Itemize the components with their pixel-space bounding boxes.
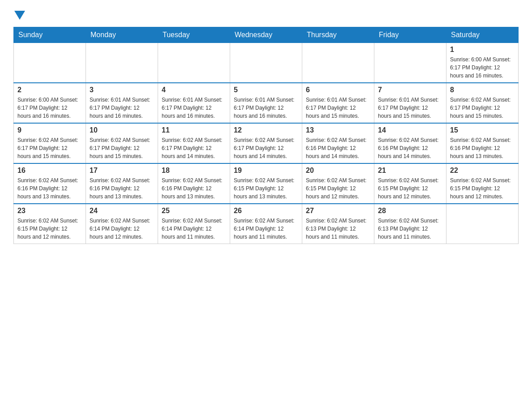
- day-number: 7: [378, 86, 442, 94]
- day-number: 3: [90, 86, 154, 94]
- calendar-cell: 10Sunrise: 6:02 AM Sunset: 6:17 PM Dayli…: [86, 123, 158, 163]
- calendar-cell: [374, 43, 446, 83]
- calendar-week-row: 2Sunrise: 6:00 AM Sunset: 6:17 PM Daylig…: [14, 83, 519, 123]
- day-number: 21: [378, 167, 442, 175]
- day-number: 22: [450, 167, 515, 175]
- calendar-cell: 2Sunrise: 6:00 AM Sunset: 6:17 PM Daylig…: [14, 83, 86, 123]
- day-info: Sunrise: 6:02 AM Sunset: 6:16 PM Dayligh…: [162, 176, 226, 201]
- weekday-header-thursday: Thursday: [302, 27, 374, 43]
- calendar-week-row: 23Sunrise: 6:02 AM Sunset: 6:15 PM Dayli…: [14, 204, 519, 244]
- day-info: Sunrise: 6:01 AM Sunset: 6:17 PM Dayligh…: [378, 96, 442, 120]
- day-info: Sunrise: 6:02 AM Sunset: 6:13 PM Dayligh…: [306, 217, 370, 241]
- day-number: 26: [234, 207, 298, 215]
- calendar-cell: 13Sunrise: 6:02 AM Sunset: 6:16 PM Dayli…: [302, 123, 374, 163]
- day-number: 9: [17, 126, 82, 134]
- calendar-cell: [86, 43, 158, 83]
- day-info: Sunrise: 6:02 AM Sunset: 6:17 PM Dayligh…: [450, 96, 515, 120]
- day-number: 16: [17, 167, 82, 175]
- calendar-cell: 6Sunrise: 6:01 AM Sunset: 6:17 PM Daylig…: [302, 83, 374, 123]
- day-number: 8: [450, 86, 515, 94]
- calendar-cell: 11Sunrise: 6:02 AM Sunset: 6:17 PM Dayli…: [158, 123, 230, 163]
- day-info: Sunrise: 6:01 AM Sunset: 6:17 PM Dayligh…: [234, 96, 298, 120]
- day-number: 14: [378, 126, 442, 134]
- calendar-cell: 23Sunrise: 6:02 AM Sunset: 6:15 PM Dayli…: [14, 204, 86, 244]
- calendar-cell: 3Sunrise: 6:01 AM Sunset: 6:17 PM Daylig…: [86, 83, 158, 123]
- weekday-header-sunday: Sunday: [14, 27, 86, 43]
- day-info: Sunrise: 6:02 AM Sunset: 6:16 PM Dayligh…: [378, 136, 442, 160]
- calendar-cell: 8Sunrise: 6:02 AM Sunset: 6:17 PM Daylig…: [446, 83, 519, 123]
- day-number: 20: [306, 167, 370, 175]
- day-number: 11: [162, 126, 226, 134]
- calendar-week-row: 16Sunrise: 6:02 AM Sunset: 6:16 PM Dayli…: [14, 163, 519, 204]
- calendar-cell: 5Sunrise: 6:01 AM Sunset: 6:17 PM Daylig…: [230, 83, 302, 123]
- calendar-cell: 19Sunrise: 6:02 AM Sunset: 6:15 PM Dayli…: [230, 163, 302, 204]
- day-info: Sunrise: 6:02 AM Sunset: 6:14 PM Dayligh…: [90, 217, 154, 241]
- day-info: Sunrise: 6:02 AM Sunset: 6:17 PM Dayligh…: [162, 136, 226, 160]
- day-info: Sunrise: 6:02 AM Sunset: 6:15 PM Dayligh…: [17, 217, 82, 241]
- day-info: Sunrise: 6:02 AM Sunset: 6:17 PM Dayligh…: [90, 136, 154, 160]
- day-info: Sunrise: 6:02 AM Sunset: 6:15 PM Dayligh…: [378, 176, 442, 201]
- day-number: 10: [90, 126, 154, 134]
- day-number: 28: [378, 207, 442, 215]
- day-info: Sunrise: 6:01 AM Sunset: 6:17 PM Dayligh…: [306, 96, 370, 120]
- day-info: Sunrise: 6:02 AM Sunset: 6:15 PM Dayligh…: [234, 176, 298, 201]
- calendar-cell: [230, 43, 302, 83]
- calendar-cell: 1Sunrise: 6:00 AM Sunset: 6:17 PM Daylig…: [446, 43, 519, 83]
- day-number: 12: [234, 126, 298, 134]
- calendar-cell: 26Sunrise: 6:02 AM Sunset: 6:14 PM Dayli…: [230, 204, 302, 244]
- calendar-cell: 16Sunrise: 6:02 AM Sunset: 6:16 PM Dayli…: [14, 163, 86, 204]
- day-info: Sunrise: 6:02 AM Sunset: 6:17 PM Dayligh…: [17, 136, 82, 160]
- calendar-cell: [302, 43, 374, 83]
- calendar-cell: 24Sunrise: 6:02 AM Sunset: 6:14 PM Dayli…: [86, 204, 158, 244]
- calendar-cell: 27Sunrise: 6:02 AM Sunset: 6:13 PM Dayli…: [302, 204, 374, 244]
- day-number: 27: [306, 207, 370, 215]
- day-info: Sunrise: 6:02 AM Sunset: 6:13 PM Dayligh…: [378, 217, 442, 241]
- day-info: Sunrise: 6:02 AM Sunset: 6:14 PM Dayligh…: [162, 217, 226, 241]
- calendar-week-row: 9Sunrise: 6:02 AM Sunset: 6:17 PM Daylig…: [14, 123, 519, 163]
- calendar-table: SundayMondayTuesdayWednesdayThursdayFrid…: [13, 27, 519, 244]
- calendar-cell: 25Sunrise: 6:02 AM Sunset: 6:14 PM Dayli…: [158, 204, 230, 244]
- calendar-cell: [14, 43, 86, 83]
- day-info: Sunrise: 6:00 AM Sunset: 6:17 PM Dayligh…: [17, 96, 82, 120]
- day-number: 4: [162, 86, 226, 94]
- weekday-header-monday: Monday: [86, 27, 158, 43]
- day-number: 1: [450, 46, 515, 54]
- logo: [13, 9, 25, 20]
- calendar-cell: 21Sunrise: 6:02 AM Sunset: 6:15 PM Dayli…: [374, 163, 446, 204]
- weekday-header-saturday: Saturday: [446, 27, 519, 43]
- day-number: 5: [234, 86, 298, 94]
- day-number: 25: [162, 207, 226, 215]
- day-number: 2: [17, 86, 82, 94]
- logo-triangle-icon: [14, 11, 25, 20]
- calendar-cell: 12Sunrise: 6:02 AM Sunset: 6:17 PM Dayli…: [230, 123, 302, 163]
- day-info: Sunrise: 6:02 AM Sunset: 6:16 PM Dayligh…: [450, 136, 515, 160]
- day-number: 23: [17, 207, 82, 215]
- day-info: Sunrise: 6:02 AM Sunset: 6:15 PM Dayligh…: [450, 176, 515, 201]
- day-number: 24: [90, 207, 154, 215]
- day-number: 18: [162, 167, 226, 175]
- day-info: Sunrise: 6:02 AM Sunset: 6:15 PM Dayligh…: [306, 176, 370, 201]
- calendar-cell: 22Sunrise: 6:02 AM Sunset: 6:15 PM Dayli…: [446, 163, 519, 204]
- day-info: Sunrise: 6:00 AM Sunset: 6:17 PM Dayligh…: [450, 56, 515, 80]
- day-number: 13: [306, 126, 370, 134]
- weekday-header-friday: Friday: [374, 27, 446, 43]
- calendar-week-row: 1Sunrise: 6:00 AM Sunset: 6:17 PM Daylig…: [14, 43, 519, 83]
- calendar-cell: 18Sunrise: 6:02 AM Sunset: 6:16 PM Dayli…: [158, 163, 230, 204]
- calendar-cell: 9Sunrise: 6:02 AM Sunset: 6:17 PM Daylig…: [14, 123, 86, 163]
- calendar-cell: 15Sunrise: 6:02 AM Sunset: 6:16 PM Dayli…: [446, 123, 519, 163]
- weekday-header-tuesday: Tuesday: [158, 27, 230, 43]
- page-header: [13, 9, 519, 20]
- calendar-cell: [158, 43, 230, 83]
- day-info: Sunrise: 6:01 AM Sunset: 6:17 PM Dayligh…: [162, 96, 226, 120]
- calendar-cell: 20Sunrise: 6:02 AM Sunset: 6:15 PM Dayli…: [302, 163, 374, 204]
- weekday-header-row: SundayMondayTuesdayWednesdayThursdayFrid…: [14, 27, 519, 43]
- day-info: Sunrise: 6:02 AM Sunset: 6:16 PM Dayligh…: [306, 136, 370, 160]
- day-info: Sunrise: 6:02 AM Sunset: 6:16 PM Dayligh…: [90, 176, 154, 201]
- calendar-cell: 7Sunrise: 6:01 AM Sunset: 6:17 PM Daylig…: [374, 83, 446, 123]
- calendar-cell: 4Sunrise: 6:01 AM Sunset: 6:17 PM Daylig…: [158, 83, 230, 123]
- day-info: Sunrise: 6:02 AM Sunset: 6:16 PM Dayligh…: [17, 176, 82, 201]
- day-number: 19: [234, 167, 298, 175]
- calendar-cell: 14Sunrise: 6:02 AM Sunset: 6:16 PM Dayli…: [374, 123, 446, 163]
- day-info: Sunrise: 6:01 AM Sunset: 6:17 PM Dayligh…: [90, 96, 154, 120]
- day-info: Sunrise: 6:02 AM Sunset: 6:14 PM Dayligh…: [234, 217, 298, 241]
